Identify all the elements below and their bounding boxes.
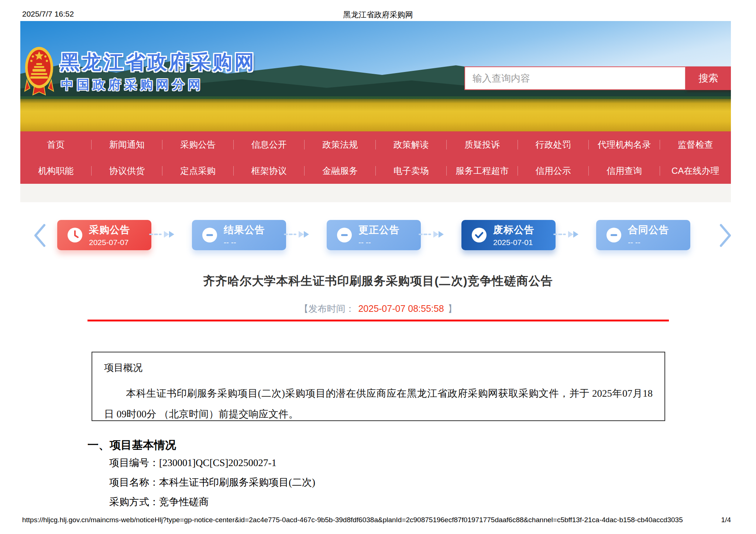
- publish-time-value: 2025-07-07 08:55:58: [358, 303, 444, 314]
- step-label: 更正公告: [358, 223, 400, 237]
- main-nav: 首页 新闻通知 采购公告 信息公开 政策法规 政策解读 质疑投诉 行政处罚 代理…: [20, 131, 731, 184]
- field-project-number: 项目编号：[230001]QC[CS]20250027-1: [109, 456, 276, 469]
- page: 2025/7/7 16:52 黑龙江省政府采购网 黑龙江省政府采购网 中国政府: [0, 0, 756, 534]
- nav-item-org-functions[interactable]: 机构职能: [20, 165, 92, 177]
- clock-icon: [68, 228, 82, 242]
- field-procurement-method: 采购方式：竞争性磋商: [109, 495, 209, 509]
- search-bar: 搜索: [464, 66, 731, 90]
- section-heading-basic-info: 一、项目基本情况: [87, 438, 176, 453]
- nav-item-financial-services[interactable]: 金融服务: [305, 165, 376, 177]
- nav-item-agency-directory[interactable]: 代理机构名录: [589, 139, 660, 151]
- step-text: 结果公告 -- --: [224, 223, 265, 247]
- minus-icon: [337, 228, 352, 242]
- nav-item-credit-publicity[interactable]: 信用公示: [518, 165, 589, 177]
- step-date: -- --: [224, 238, 265, 247]
- minus-icon: [606, 228, 621, 242]
- publish-time-label: 【发布时间：: [299, 303, 354, 314]
- nav-item-policy-regulation[interactable]: 政策法规: [305, 139, 376, 151]
- project-overview-title: 项目概况: [104, 361, 653, 374]
- nav-item-service-project-mall[interactable]: 服务工程超市: [447, 165, 518, 177]
- field-project-name: 项目名称：本科生证书印刷服务采购项目(二次): [109, 476, 315, 489]
- print-footer-url: https://hljcg.hlj.gov.cn/maincms-web/not…: [22, 516, 683, 524]
- field-value: [230001]QC[CS]20250027-1: [159, 457, 276, 468]
- print-footer-page-number: 1/4: [721, 516, 731, 524]
- nav-item-agreement-supply[interactable]: 协议供货: [92, 165, 163, 177]
- publish-time-line: 【发布时间：2025-07-07 08:55:58】: [0, 303, 756, 315]
- banner-wheat-field: [20, 99, 731, 131]
- dashed-arrow-icon: [553, 230, 586, 239]
- step-date: -- --: [358, 238, 400, 247]
- project-overview-text: 本科生证书印刷服务采购项目(二次)采购项目的潜在供应商应在黑龙江省政府采购网获取…: [104, 383, 653, 421]
- nav-item-e-marketplace[interactable]: 电子卖场: [376, 165, 447, 177]
- field-value: 竞争性磋商: [159, 496, 209, 507]
- chevron-left-icon[interactable]: [32, 224, 47, 247]
- nav-item-fixed-point[interactable]: 定点采购: [162, 165, 234, 177]
- red-divider: [87, 320, 669, 321]
- project-overview-box: 项目概况 本科生证书印刷服务采购项目(二次)采购项目的潜在供应商应在黑龙江省政府…: [92, 352, 665, 421]
- nav-item-admin-penalty[interactable]: 行政处罚: [518, 139, 589, 151]
- timeline-step-procurement-notice[interactable]: 采购公告 2025-07-07: [57, 220, 151, 250]
- chevron-right-icon[interactable]: [718, 224, 733, 247]
- field-label: 项目编号：: [109, 457, 159, 468]
- dashed-arrow-icon: [148, 230, 182, 239]
- step-date: -- --: [628, 238, 669, 247]
- announcement-title: 齐齐哈尔大学本科生证书印刷服务采购项目(二次)竞争性磋商公告: [0, 273, 756, 289]
- field-label: 采购方式：: [109, 496, 159, 507]
- site-title: 黑龙江省政府采购网: [60, 49, 256, 76]
- minus-icon: [202, 228, 217, 242]
- nav-item-info-disclosure[interactable]: 信息公开: [234, 139, 305, 151]
- print-title: 黑龙江省政府采购网: [0, 10, 756, 20]
- site-banner: 黑龙江省政府采购网 中国政府采购网分网 搜索: [20, 21, 731, 131]
- step-label: 废标公告: [493, 223, 535, 237]
- search-input[interactable]: [464, 66, 686, 90]
- step-label: 合同公告: [628, 223, 669, 237]
- nav-item-news[interactable]: 新闻通知: [92, 139, 163, 151]
- step-text: 合同公告 -- --: [628, 223, 669, 247]
- step-label: 结果公告: [224, 223, 265, 237]
- field-value: 本科生证书印刷服务采购项目(二次): [159, 477, 315, 488]
- nav-item-procurement-notice[interactable]: 采购公告: [162, 139, 234, 151]
- step-text: 采购公告 2025-07-07: [89, 223, 130, 247]
- nav-row-2: 机构职能 协议供货 定点采购 框架协议 金融服务 电子卖场 服务工程超市 信用公…: [20, 158, 731, 184]
- step-text: 废标公告 2025-07-01: [493, 223, 535, 247]
- nav-item-credit-query[interactable]: 信用查询: [589, 165, 660, 177]
- nav-item-supervision[interactable]: 监督检查: [660, 139, 731, 151]
- nav-item-complaints[interactable]: 质疑投诉: [447, 139, 518, 151]
- timeline-step-result-notice[interactable]: 结果公告 -- --: [192, 220, 286, 250]
- check-icon: [472, 228, 487, 242]
- step-text: 更正公告 -- --: [358, 223, 400, 247]
- step-label: 采购公告: [89, 223, 130, 237]
- nav-item-framework-agreement[interactable]: 框架协议: [234, 165, 305, 177]
- nav-bottom-strip: [20, 184, 731, 202]
- site-subtitle: 中国政府采购网分网: [61, 76, 204, 93]
- timeline-step-correction-notice[interactable]: 更正公告 -- --: [327, 220, 421, 250]
- publish-time-bracket: 】: [448, 303, 457, 314]
- dashed-arrow-icon: [418, 230, 451, 239]
- timeline-step-bid-cancellation-notice[interactable]: 废标公告 2025-07-01: [461, 220, 556, 250]
- timeline-step-contract-notice[interactable]: 合同公告 -- --: [596, 220, 690, 250]
- nav-item-home[interactable]: 首页: [20, 139, 92, 151]
- dashed-arrow-icon: [283, 230, 316, 239]
- step-date: 2025-07-07: [89, 238, 130, 247]
- nav-item-ca-online[interactable]: CA在线办理: [660, 165, 731, 177]
- nav-row-1: 首页 新闻通知 采购公告 信息公开 政策法规 政策解读 质疑投诉 行政处罚 代理…: [20, 131, 731, 158]
- step-date: 2025-07-01: [493, 238, 535, 247]
- search-button[interactable]: 搜索: [686, 66, 731, 90]
- nav-item-policy-interpretation[interactable]: 政策解读: [376, 139, 447, 151]
- field-label: 项目名称：: [109, 477, 159, 488]
- national-emblem-logo: [24, 45, 54, 96]
